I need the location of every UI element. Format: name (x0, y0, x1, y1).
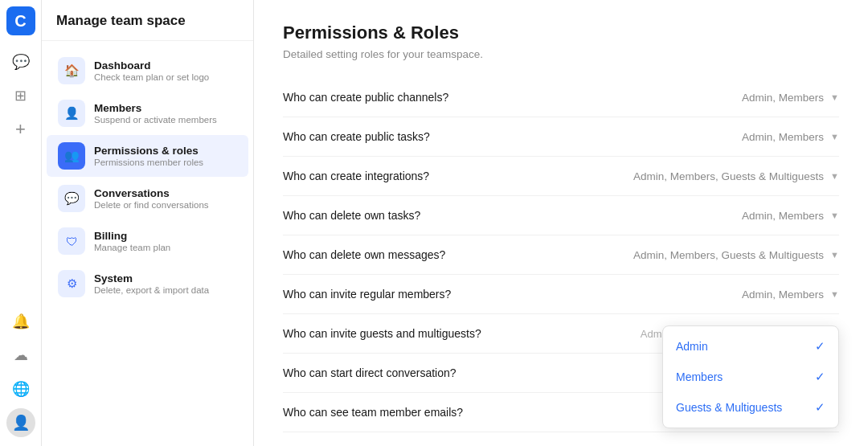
cloud-icon[interactable]: ☁ (6, 341, 35, 370)
permission-value-1[interactable]: Admin, Members ▼ (742, 131, 839, 143)
dropdown-menu: Admin ✓ Members ✓ Guests & Multiguests ✓ (662, 325, 839, 428)
permission-value-0[interactable]: Admin, Members ▼ (742, 92, 839, 104)
permission-value-4[interactable]: Admin, Members, Guests & Multiguests ▼ (633, 249, 839, 261)
permission-row-1: Who can create public tasks? Admin, Memb… (283, 117, 839, 157)
globe-icon[interactable]: 🌐 (6, 374, 35, 403)
members-nav-sublabel: Suspend or activate members (94, 115, 217, 125)
check-icon: ✓ (815, 370, 825, 384)
permission-question-6: Who can invite guests and multiguests? (283, 327, 481, 340)
sidebar-nav: 🏠 Dashboard Check team plan or set logo … (42, 41, 253, 446)
bell-icon[interactable]: 🔔 (6, 307, 35, 336)
permission-value-2[interactable]: Admin, Members, Guests & Multiguests ▼ (633, 170, 839, 182)
sidebar-header: Manage team space (42, 0, 253, 41)
permission-value-text: Admin, Members (742, 210, 824, 222)
permission-value-5[interactable]: Admin, Members ▼ (742, 288, 839, 301)
page-subtitle: Detailed setting roles for your teamspac… (283, 48, 839, 60)
conversations-nav-sublabel: Delete or find conversations (94, 200, 209, 210)
dropdown-item[interactable]: Guests & Multiguests ✓ (663, 392, 838, 423)
permission-question-3: Who can delete own tasks? (283, 209, 420, 222)
sidebar-item-billing[interactable]: 🛡 Billing Manage team plan (47, 220, 248, 262)
system-nav-icon: ⚙ (58, 270, 85, 297)
conversations-nav-icon: 💬 (58, 185, 85, 212)
avatar-icon[interactable]: 👤 (6, 408, 35, 437)
chevron-down-icon: ▼ (830, 171, 839, 181)
chevron-down-icon: ▼ (830, 289, 839, 299)
dashboard-nav-icon: 🏠 (58, 57, 85, 84)
check-icon: ✓ (815, 339, 825, 354)
sidebar-item-conversations[interactable]: 💬 Conversations Delete or find conversat… (47, 178, 248, 219)
permission-row-6: Who can invite guests and multiguests? A… (283, 314, 839, 354)
grid-icon[interactable]: ⊞ (6, 81, 35, 110)
conversations-nav-label: Conversations (94, 187, 209, 199)
permissions-nav-sublabel: Permissions member roles (94, 158, 203, 167)
billing-nav-sublabel: Manage team plan (94, 243, 170, 252)
dropdown-item-label: Members (676, 370, 723, 383)
members-nav-label: Members (94, 102, 217, 114)
icon-strip: C 💬 ⊞ + 🔔 ☁ 🌐 👤 (0, 0, 42, 446)
permission-question-5: Who can invite regular members? (283, 288, 451, 301)
chevron-down-icon: ▼ (830, 92, 839, 102)
sidebar-item-system[interactable]: ⚙ System Delete, export & import data (47, 263, 248, 305)
check-icon: ✓ (815, 400, 825, 415)
permission-row-2: Who can create integrations? Admin, Memb… (283, 157, 839, 196)
dropdown-item[interactable]: Admin ✓ (663, 331, 838, 362)
chevron-down-icon: ▼ (830, 211, 839, 220)
sidebar: Manage team space 🏠 Dashboard Check team… (42, 0, 254, 446)
add-icon[interactable]: + (6, 115, 35, 144)
permission-question-1: Who can create public tasks? (283, 130, 430, 143)
sidebar-item-members[interactable]: 👤 Members Suspend or activate members (47, 92, 248, 134)
dropdown-item-label: Guests & Multiguests (676, 401, 782, 414)
main-content: Permissions & Roles Detailed setting rol… (254, 0, 868, 446)
permission-rows: Who can create public channels? Admin, M… (283, 78, 839, 432)
dashboard-nav-label: Dashboard (94, 59, 209, 72)
permission-value-text: Admin, Members (742, 131, 824, 143)
sidebar-item-dashboard[interactable]: 🏠 Dashboard Check team plan or set logo (47, 50, 248, 92)
app-logo[interactable]: C (6, 6, 35, 35)
permission-row-4: Who can delete own messages? Admin, Memb… (283, 235, 839, 275)
dropdown-item[interactable]: Members ✓ (663, 362, 838, 392)
permission-question-7: Who can start direct conversation? (283, 366, 457, 379)
permission-row-3: Who can delete own tasks? Admin, Members… (283, 196, 839, 235)
chevron-down-icon: ▼ (830, 132, 839, 141)
dashboard-nav-sublabel: Check team plan or set logo (94, 72, 209, 82)
permission-value-text: Admin, Members (742, 92, 824, 104)
permissions-nav-icon: 👥 (58, 142, 85, 170)
sidebar-item-permissions[interactable]: 👥 Permissions & roles Permissions member… (47, 135, 248, 177)
permission-row-0: Who can create public channels? Admin, M… (283, 78, 839, 117)
billing-nav-icon: 🛡 (58, 227, 85, 255)
permissions-nav-label: Permissions & roles (94, 145, 203, 157)
permission-question-4: Who can delete own messages? (283, 248, 445, 261)
billing-nav-label: Billing (94, 230, 170, 242)
permission-value-text: Admin, Members (742, 288, 824, 301)
system-nav-label: System (94, 272, 209, 284)
permission-value-text: Admin, Members, Guests & Multiguests (633, 170, 824, 182)
page-title: Permissions & Roles (283, 23, 839, 43)
chevron-down-icon: ▼ (830, 250, 839, 260)
permission-question-2: Who can create integrations? (283, 170, 429, 182)
permission-value-text: Admin, Members, Guests & Multiguests (633, 249, 824, 261)
dropdown-item-label: Admin (676, 340, 708, 353)
permission-question-8: Who can see team member emails? (283, 406, 463, 419)
permission-value-3[interactable]: Admin, Members ▼ (742, 210, 839, 222)
members-nav-icon: 👤 (58, 100, 85, 127)
chat-icon[interactable]: 💬 (6, 47, 35, 76)
system-nav-sublabel: Delete, export & import data (94, 285, 209, 295)
permission-question-0: Who can create public channels? (283, 91, 448, 104)
permission-row-5: Who can invite regular members? Admin, M… (283, 275, 839, 314)
